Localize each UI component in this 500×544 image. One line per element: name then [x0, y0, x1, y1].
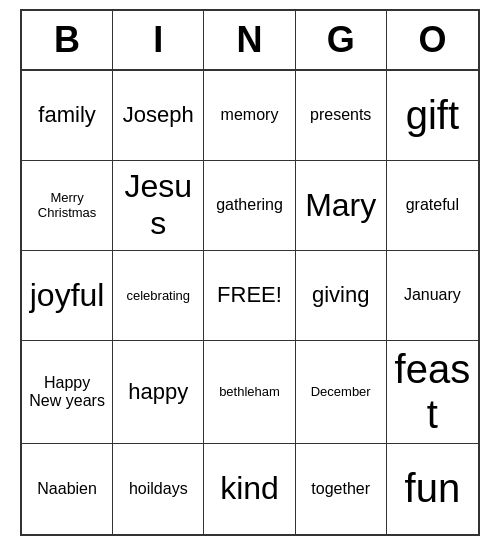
- bingo-cell-r3-c0: Happy New years: [22, 341, 113, 444]
- header-letter: N: [204, 11, 295, 69]
- header-letter: G: [296, 11, 387, 69]
- bingo-cell-r3-c1: happy: [113, 341, 204, 444]
- header-letter: B: [22, 11, 113, 69]
- bingo-cell-r1-c0: Merry Christmas: [22, 161, 113, 251]
- bingo-grid: familyJosephmemorypresentsgiftMerry Chri…: [22, 71, 478, 534]
- bingo-cell-r4-c2: kind: [204, 444, 295, 534]
- bingo-cell-r4-c0: Naabien: [22, 444, 113, 534]
- bingo-cell-r0-c3: presents: [296, 71, 387, 161]
- header-letter: O: [387, 11, 478, 69]
- bingo-cell-r1-c2: gathering: [204, 161, 295, 251]
- bingo-cell-r1-c3: Mary: [296, 161, 387, 251]
- bingo-cell-r1-c1: Jesus: [113, 161, 204, 251]
- bingo-cell-r0-c0: family: [22, 71, 113, 161]
- header-letter: I: [113, 11, 204, 69]
- bingo-card: BINGO familyJosephmemorypresentsgiftMerr…: [20, 9, 480, 536]
- bingo-cell-r4-c3: together: [296, 444, 387, 534]
- bingo-cell-r1-c4: grateful: [387, 161, 478, 251]
- bingo-cell-r3-c4: feast: [387, 341, 478, 444]
- bingo-header: BINGO: [22, 11, 478, 71]
- bingo-cell-r3-c2: bethleham: [204, 341, 295, 444]
- bingo-cell-r4-c4: fun: [387, 444, 478, 534]
- bingo-cell-r2-c1: celebrating: [113, 251, 204, 341]
- bingo-cell-r2-c3: giving: [296, 251, 387, 341]
- bingo-cell-r0-c2: memory: [204, 71, 295, 161]
- bingo-cell-r0-c1: Joseph: [113, 71, 204, 161]
- bingo-cell-r2-c4: January: [387, 251, 478, 341]
- bingo-cell-r2-c0: joyful: [22, 251, 113, 341]
- bingo-cell-r2-c2: FREE!: [204, 251, 295, 341]
- bingo-cell-r4-c1: hoildays: [113, 444, 204, 534]
- bingo-cell-r3-c3: December: [296, 341, 387, 444]
- bingo-cell-r0-c4: gift: [387, 71, 478, 161]
